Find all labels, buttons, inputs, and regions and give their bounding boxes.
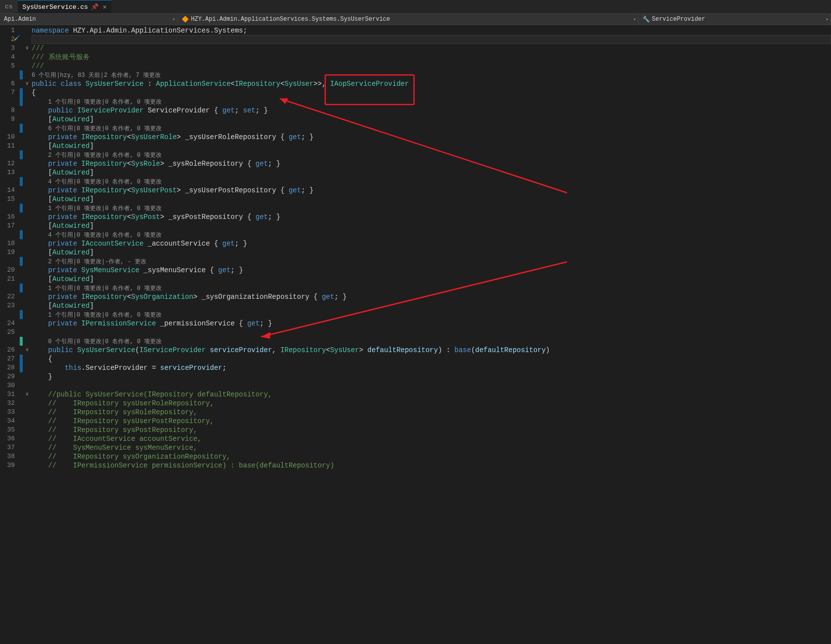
fold-toggle — [23, 115, 32, 124]
pin-icon[interactable]: 📌 — [91, 3, 99, 11]
fold-toggle — [23, 62, 32, 71]
code-line[interactable]: 2 个引用|0 项更改|0 名作者, 0 项更改 — [32, 150, 831, 159]
line-number: 30 — [0, 381, 20, 390]
code-line[interactable]: [Autowired] — [32, 195, 831, 204]
code-line[interactable]: /// 系统账号服务 — [32, 53, 831, 62]
tab-bar: cs SysUserService.cs 📌 ✕ — [0, 0, 831, 13]
code-line[interactable]: 2 个引用|0 项更改|-作者, - 更改 — [32, 257, 831, 266]
code-line[interactable]: { — [32, 88, 831, 97]
line-number — [0, 177, 20, 186]
line-number: 22 — [0, 292, 20, 301]
line-number: 31 — [0, 390, 20, 399]
tab-active[interactable]: SysUserService.cs 📌 ✕ — [18, 0, 112, 13]
fold-toggle — [23, 97, 32, 106]
fold-toggle[interactable]: ∨ — [23, 390, 32, 399]
nav-class-label: HZY.Api.Admin.ApplicationServices.System… — [191, 16, 390, 23]
fold-toggle — [23, 408, 32, 417]
class-icon: 🔶 — [182, 16, 189, 23]
code-line[interactable]: 6 个引用|hzy, 83 天前|2 名作者, 7 项更改 — [32, 71, 831, 79]
code-line[interactable]: private IPermissionService _permissionSe… — [32, 319, 831, 328]
code-line[interactable]: [Autowired] — [32, 168, 831, 177]
line-number: 21 — [0, 275, 20, 284]
code-line[interactable]: /// — [32, 62, 831, 71]
code-line[interactable]: namespace HZY.Api.Admin.ApplicationServi… — [32, 26, 831, 35]
code-line[interactable]: [Autowired] — [32, 248, 831, 257]
line-number-gutter: 1234567891011121314151617181920212223242… — [0, 25, 20, 644]
code-line[interactable]: // IRepository sysUserPostRepository, — [32, 417, 831, 426]
code-line[interactable]: private IRepository<SysUserRole> _sysUse… — [32, 133, 831, 142]
fold-toggle — [23, 221, 32, 230]
code-line[interactable]: public SysUserService(IServiceProvider s… — [32, 346, 831, 355]
fold-toggle — [23, 399, 32, 408]
line-number: 26 — [0, 346, 20, 355]
code-line[interactable]: // IRepository sysRoleRepository, — [32, 408, 831, 417]
code-line[interactable]: private SysMenuService _sysMenuService {… — [32, 266, 831, 275]
code-line[interactable]: public IServiceProvider ServiceProvider … — [32, 106, 831, 115]
tab-inactive[interactable]: cs — [0, 0, 18, 13]
code-line[interactable]: private IAccountService _accountService … — [32, 239, 831, 248]
chevron-down-icon[interactable]: ▾ — [634, 17, 636, 22]
code-line[interactable]: 1 个引用|0 项更改|0 名作者, 0 项更改 — [32, 284, 831, 292]
code-line[interactable]: // IPermissionService permissionService)… — [32, 461, 831, 470]
code-line[interactable]: // IRepository sysOrganizationRepository… — [32, 452, 831, 461]
nav-class[interactable]: 🔶 HZY.Api.Admin.ApplicationServices.Syst… — [178, 14, 639, 25]
line-number: 37 — [0, 443, 20, 452]
code-line[interactable]: private IRepository<SysRole> _sysRoleRep… — [32, 159, 831, 168]
code-line[interactable]: /// — [32, 44, 831, 53]
fold-toggle — [23, 71, 32, 79]
code-surface[interactable]: namespace HZY.Api.Admin.ApplicationServi… — [32, 25, 831, 644]
line-number: 8 — [0, 106, 20, 115]
fold-toggle — [23, 452, 32, 461]
fold-toggle — [23, 275, 32, 284]
code-line[interactable]: private IRepository<SysPost> _sysPostRep… — [32, 213, 831, 221]
code-line[interactable]: } — [32, 372, 831, 381]
fold-toggle — [23, 142, 32, 150]
line-number — [0, 337, 20, 346]
chevron-down-icon[interactable]: ▾ — [826, 17, 829, 22]
code-line[interactable]: private IRepository<SysUserPost> _sysUse… — [32, 186, 831, 195]
fold-toggle[interactable]: ∨ — [23, 346, 32, 355]
code-line[interactable]: private IRepository<SysOrganization> _sy… — [32, 292, 831, 301]
code-line[interactable]: 4 个引用|0 项更改|0 名作者, 0 项更改 — [32, 177, 831, 186]
code-line[interactable] — [32, 381, 831, 390]
fold-toggle — [23, 159, 32, 168]
line-number: 16 — [0, 213, 20, 221]
code-line[interactable]: 6 个引用|0 项更改|0 名作者, 0 项更改 — [32, 124, 831, 133]
editor[interactable]: 1234567891011121314151617181920212223242… — [0, 25, 831, 644]
code-line[interactable]: 0 个引用|0 项更改|0 名作者, 0 项更改 — [32, 337, 831, 346]
fold-toggle — [23, 53, 32, 62]
code-line[interactable]: [Autowired] — [32, 221, 831, 230]
code-line[interactable]: // IRepository sysUserRoleRepository, — [32, 399, 831, 408]
code-line[interactable]: [Autowired] — [32, 142, 831, 150]
fold-toggle — [23, 35, 32, 44]
close-icon[interactable]: ✕ — [103, 3, 107, 11]
code-line[interactable]: [Autowired] — [32, 301, 831, 310]
fold-toggle — [23, 213, 32, 221]
code-line[interactable]: 4 个引用|0 项更改|0 名作者, 0 项更改 — [32, 230, 831, 239]
fold-toggle[interactable]: ∨ — [23, 44, 32, 53]
nav-member[interactable]: 🔧 ServiceProvider ▾ — [639, 14, 831, 25]
nav-scope[interactable]: Api.Admin ▾ — [0, 14, 178, 25]
code-line[interactable]: //public SysUserService(IRepository defa… — [32, 390, 831, 399]
code-line[interactable] — [32, 328, 831, 337]
line-number: 11 — [0, 142, 20, 150]
fold-toggle — [23, 88, 32, 97]
code-line[interactable]: public class SysUserService : Applicatio… — [32, 79, 831, 88]
code-line[interactable]: 1 个引用|0 项更改|0 名作者, 0 项更改 — [32, 204, 831, 213]
code-line[interactable] — [32, 35, 831, 44]
code-line[interactable]: 1 个引用|0 项更改|0 名作者, 0 项更改 — [32, 310, 831, 319]
code-line[interactable]: 1 个引用|0 项更改|0 名作者, 0 项更改 — [32, 97, 831, 106]
code-line[interactable]: [Autowired] — [32, 115, 831, 124]
line-number: 33 — [0, 408, 20, 417]
line-number: 38 — [0, 452, 20, 461]
code-line[interactable]: // IAccountService accountService, — [32, 434, 831, 443]
line-number: 29 — [0, 372, 20, 381]
nav-member-label: ServiceProvider — [652, 16, 705, 23]
chevron-down-icon[interactable]: ▾ — [173, 17, 175, 22]
code-line[interactable]: // IRepository sysPostRepository, — [32, 426, 831, 434]
code-line[interactable]: [Autowired] — [32, 275, 831, 284]
code-line[interactable]: this.ServiceProvider = serviceProvider; — [32, 363, 831, 372]
code-line[interactable]: { — [32, 355, 831, 363]
code-line[interactable]: // SysMenuService sysMenuService, — [32, 443, 831, 452]
fold-toggle[interactable]: ∨ — [23, 79, 32, 88]
